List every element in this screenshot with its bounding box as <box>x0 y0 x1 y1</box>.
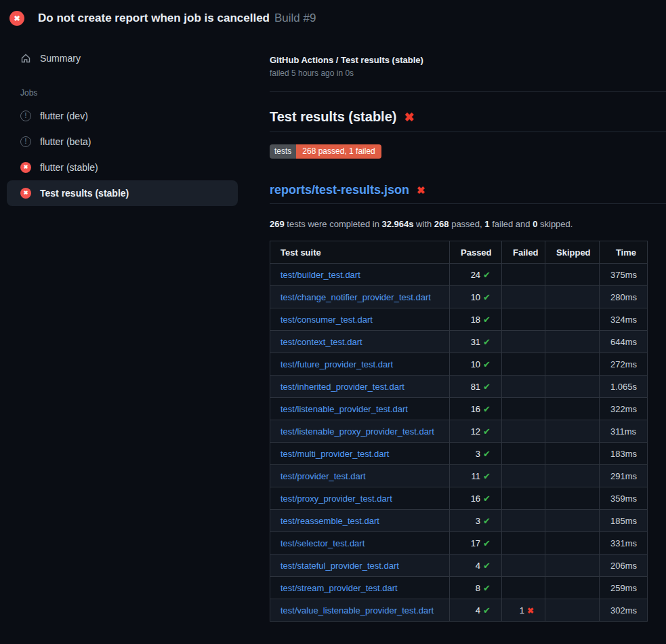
sidebar: Summary Jobs !flutter (dev)!flutter (bet… <box>0 33 264 206</box>
time-cell: 331ms <box>600 532 648 555</box>
passed-cell: 16✔ <box>450 398 502 420</box>
passed-cell: 18✔ <box>450 308 502 331</box>
test-suite-link[interactable]: test/listenable_provider_test.dart <box>280 404 408 414</box>
test-suite-link[interactable]: test/value_listenable_provider_test.dart <box>280 605 434 616</box>
suite-cell: test/builder_test.dart <box>270 264 450 286</box>
test-suite-link[interactable]: test/consumer_test.dart <box>280 315 373 325</box>
failed-cell <box>502 398 545 420</box>
time-cell: 324ms <box>600 308 648 331</box>
passed-count: 16 <box>471 494 480 504</box>
failed-cell <box>502 264 545 286</box>
suite-cell: test/selector_test.dart <box>270 532 450 555</box>
time-cell: 311ms <box>600 420 648 443</box>
table-row: test/stateful_provider_test.dart4✔206ms <box>270 555 648 577</box>
jobs-section-label: Jobs <box>20 88 264 98</box>
sidebar-item-job[interactable]: ✖flutter (stable) <box>7 155 238 180</box>
sidebar-item-summary[interactable]: Summary <box>7 47 264 69</box>
time-cell: 322ms <box>600 398 648 420</box>
passed-count: 4 <box>476 605 480 616</box>
test-suite-link[interactable]: test/context_test.dart <box>280 337 362 347</box>
failed-x-circle-icon: ✖ <box>20 188 31 199</box>
summary-text: skipped. <box>537 219 573 229</box>
test-suite-link[interactable]: test/change_notifier_provider_test.dart <box>280 292 431 302</box>
summary-text: passed, <box>449 219 485 229</box>
divider <box>270 91 666 92</box>
passed-count: 8 <box>476 583 480 593</box>
skipped-cell <box>545 577 600 599</box>
test-suite-link[interactable]: test/selector_test.dart <box>280 538 365 548</box>
job-label: Test results (stable) <box>40 188 129 199</box>
summary-number: 269 <box>270 219 285 229</box>
report-heading[interactable]: reports/test-results.json ✖ <box>270 183 666 204</box>
time-cell: 185ms <box>600 510 648 532</box>
passed-cell: 12✔ <box>450 420 502 443</box>
time-cell: 375ms <box>600 264 648 286</box>
check-icon: ✔ <box>483 605 491 616</box>
tests-badge: tests 268 passed, 1 failed <box>270 144 381 159</box>
skipped-cell <box>545 286 600 308</box>
column-time: Time <box>600 241 648 264</box>
test-suite-link[interactable]: test/multi_provider_test.dart <box>280 449 389 459</box>
table-row: test/stream_provider_test.dart8✔259ms <box>270 577 648 599</box>
breadcrumb: GitHub Actions / Test results (stable) <box>270 55 666 65</box>
check-icon: ✔ <box>483 494 491 504</box>
passed-cell: 16✔ <box>450 487 502 510</box>
failed-cell: 1✖ <box>502 599 545 622</box>
passed-cell: 4✔ <box>450 599 502 622</box>
table-row: test/consumer_test.dart18✔324ms <box>270 308 648 331</box>
failed-cell <box>502 555 545 577</box>
test-suite-link[interactable]: test/listenable_proxy_provider_test.dart <box>280 426 434 437</box>
passed-count: 3 <box>476 449 480 459</box>
check-icon: ✔ <box>483 516 491 526</box>
sidebar-item-job[interactable]: !flutter (beta) <box>7 129 238 155</box>
build-number: Build #9 <box>274 12 316 24</box>
test-results-table: Test suite Passed Failed Skipped Time te… <box>270 241 648 622</box>
table-row: test/builder_test.dart24✔375ms <box>270 264 648 286</box>
test-suite-link[interactable]: test/inherited_provider_test.dart <box>280 382 404 392</box>
suite-cell: test/change_notifier_provider_test.dart <box>270 286 450 308</box>
sidebar-item-job[interactable]: !flutter (dev) <box>7 103 238 129</box>
passed-cell: 24✔ <box>450 264 502 286</box>
report-title-link[interactable]: reports/test-results.json <box>270 183 409 197</box>
passed-count: 18 <box>471 315 480 325</box>
time-cell: 359ms <box>600 487 648 510</box>
test-suite-link[interactable]: test/stream_provider_test.dart <box>280 583 398 593</box>
table-row: test/value_listenable_provider_test.dart… <box>270 599 648 622</box>
sidebar-item-job[interactable]: ✖Test results (stable) <box>7 180 238 206</box>
passed-cell: 31✔ <box>450 331 502 353</box>
passed-cell: 3✔ <box>450 510 502 532</box>
passed-count: 10 <box>471 292 480 302</box>
table-row: test/inherited_provider_test.dart81✔1.06… <box>270 376 648 398</box>
test-suite-link[interactable]: test/provider_test.dart <box>280 471 366 481</box>
build-header: ✖ Do not create report when job is cance… <box>0 0 666 33</box>
failed-cell <box>502 487 545 510</box>
skipped-cell <box>545 555 600 577</box>
time-cell: 206ms <box>600 555 648 577</box>
skipped-cell <box>545 465 600 487</box>
test-suite-link[interactable]: test/reassemble_test.dart <box>280 516 379 526</box>
passed-cell: 17✔ <box>450 532 502 555</box>
badge-label: tests <box>270 144 296 159</box>
table-row: test/listenable_provider_test.dart16✔322… <box>270 398 648 420</box>
failed-x-circle-icon: ✖ <box>9 11 24 26</box>
check-icon: ✔ <box>483 382 491 392</box>
passed-cell: 3✔ <box>450 443 502 465</box>
cross-mark-icon: ✖ <box>417 185 425 195</box>
page-title: Do not create report when job is cancell… <box>38 12 316 25</box>
suite-cell: test/reassemble_test.dart <box>270 510 450 532</box>
run-meta: failed 5 hours ago in 0s <box>270 68 666 78</box>
check-icon: ✔ <box>483 404 491 414</box>
test-suite-link[interactable]: test/proxy_provider_test.dart <box>280 494 392 504</box>
test-suite-link[interactable]: test/future_provider_test.dart <box>280 359 393 369</box>
test-suite-link[interactable]: test/stateful_provider_test.dart <box>280 561 399 571</box>
failed-count: 1 <box>520 605 524 616</box>
test-suite-link[interactable]: test/builder_test.dart <box>280 270 360 280</box>
passed-count: 31 <box>471 337 480 347</box>
suite-cell: test/stream_provider_test.dart <box>270 577 450 599</box>
check-icon: ✔ <box>483 337 491 347</box>
passed-count: 17 <box>471 538 480 548</box>
section-heading: Test results (stable) ✖ <box>270 109 666 132</box>
table-row: test/context_test.dart31✔644ms <box>270 331 648 353</box>
job-label: flutter (beta) <box>40 136 91 147</box>
failed-cell <box>502 376 545 398</box>
